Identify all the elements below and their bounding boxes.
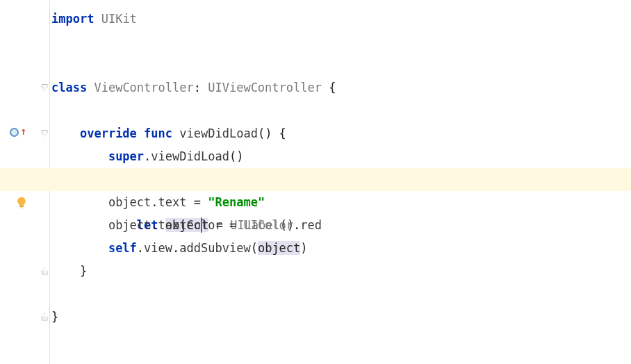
- fold-close-icon[interactable]: [40, 267, 49, 275]
- identifier: red: [300, 218, 322, 232]
- code-line[interactable]: [51, 283, 631, 306]
- code-line[interactable]: [51, 329, 631, 351]
- code-line[interactable]: [51, 53, 631, 76]
- code-line[interactable]: }: [51, 260, 631, 283]
- punctuation: .: [293, 218, 300, 232]
- indent: [51, 264, 80, 278]
- punctuation: }: [80, 264, 87, 278]
- keyword: super: [108, 149, 144, 163]
- identifier: textColor: [158, 218, 222, 232]
- type-ref: UIKit: [101, 12, 137, 26]
- identifier: addSubview: [179, 241, 250, 255]
- keyword: self: [108, 241, 137, 255]
- identifier: object: [108, 195, 151, 209]
- code-line[interactable]: override func viewDidLoad() {: [51, 122, 631, 145]
- code-line[interactable]: object.textColor = UIColor.red: [51, 214, 631, 237]
- code-line[interactable]: self.view.addSubview(object): [51, 237, 631, 260]
- identifier: view: [144, 241, 172, 255]
- whitespace: [172, 126, 179, 140]
- whitespace: [94, 12, 101, 26]
- identifier: object: [108, 218, 151, 232]
- code-line[interactable]: import UIKit: [51, 8, 631, 31]
- identifier: viewDidLoad: [151, 149, 229, 163]
- punctuation: =: [187, 195, 208, 209]
- indent: [51, 241, 108, 255]
- override-marker-icon[interactable]: ↑: [10, 127, 26, 138]
- type-ref: ViewController: [94, 81, 193, 94]
- punctuation: .: [151, 218, 158, 232]
- type-ref: UIColor: [243, 218, 293, 232]
- code-line[interactable]: class ViewController: UIViewController {: [51, 76, 631, 99]
- whitespace: [137, 126, 144, 140]
- punctuation: }: [51, 310, 58, 324]
- indent: [51, 149, 108, 163]
- keyword: class: [51, 81, 87, 94]
- punctuation: .: [151, 195, 158, 209]
- type-ref: UIViewController: [208, 81, 322, 94]
- whitespace: [87, 81, 94, 94]
- punctuation: ): [300, 241, 307, 255]
- punctuation: {: [322, 81, 336, 94]
- code-line[interactable]: super.viewDidLoad(): [51, 145, 631, 168]
- lightbulb-icon[interactable]: [0, 172, 28, 240]
- identifier-highlighted: object: [258, 241, 300, 255]
- punctuation: .: [137, 241, 144, 255]
- indent: [51, 126, 80, 140]
- fold-open-icon[interactable]: [40, 83, 49, 92]
- punctuation: :: [194, 81, 208, 94]
- punctuation: (): [229, 149, 243, 163]
- fold-close-icon[interactable]: [40, 313, 49, 321]
- punctuation: (: [251, 241, 258, 255]
- punctuation: =: [222, 218, 244, 232]
- code-line-highlighted[interactable]: let object = UILabel(): [0, 168, 631, 191]
- code-editor[interactable]: import UIKit class ViewController: UIVie…: [50, 0, 631, 364]
- identifier: text: [158, 195, 187, 209]
- code-line[interactable]: [51, 99, 631, 122]
- indent: [51, 218, 108, 232]
- punctuation: .: [172, 241, 179, 255]
- keyword: override: [80, 126, 137, 140]
- code-line[interactable]: [51, 31, 631, 53]
- punctuation: .: [144, 149, 151, 163]
- fold-open-icon[interactable]: [40, 129, 49, 138]
- identifier: viewDidLoad: [179, 126, 258, 140]
- code-line[interactable]: object.text = "Rename": [51, 191, 631, 214]
- keyword: import: [51, 12, 94, 26]
- punctuation: () {: [258, 126, 286, 140]
- indent: [51, 195, 108, 209]
- keyword: func: [144, 126, 172, 140]
- code-line[interactable]: }: [51, 306, 631, 329]
- string-literal: "Rename": [208, 195, 265, 209]
